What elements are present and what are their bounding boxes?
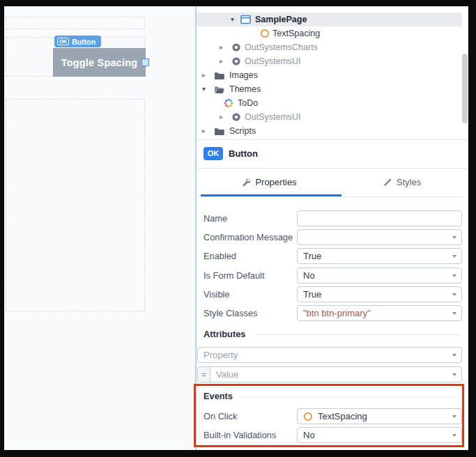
dependency-icon xyxy=(231,42,241,52)
wrench-icon xyxy=(241,178,250,187)
dropdown-caret-icon xyxy=(452,255,456,258)
dropdown-caret-icon xyxy=(452,312,456,315)
toggle-spacing-button[interactable]: Toggle Spacing xyxy=(53,48,146,77)
chevron-down-icon[interactable]: ▾ xyxy=(231,13,234,26)
field-label-is-form-default: Is Form Default xyxy=(204,268,298,284)
chevron-right-icon[interactable]: ▸ xyxy=(220,40,223,54)
dropdown-caret-icon xyxy=(452,415,456,418)
tree-item-samplepage[interactable]: ▾ SamplePage xyxy=(197,13,462,26)
tree-item-label[interactable]: Themes xyxy=(229,82,261,96)
section-rule xyxy=(255,334,461,335)
dependency-icon xyxy=(231,56,241,66)
dropdown-caret-icon xyxy=(452,274,456,277)
screenshot-frame: OK Button Toggle Spacing ▾ SamplePage Te… xyxy=(0,0,476,457)
tree-item-themes[interactable]: ▾ Themes xyxy=(197,82,462,96)
pencil-icon xyxy=(383,178,392,187)
selection-resize-handle[interactable] xyxy=(141,59,149,66)
tab-label: Styles xyxy=(397,177,421,187)
tree-item-images[interactable]: ▸ Images xyxy=(197,68,462,82)
attribute-property-select[interactable]: Property xyxy=(197,347,462,363)
tree-item-label[interactable]: ToDo xyxy=(238,96,258,110)
events-section-title: Events xyxy=(204,392,233,401)
field-label-on-click: On Click xyxy=(204,408,298,424)
visible-select[interactable]: True xyxy=(297,286,462,302)
tree-item-label[interactable]: OutSystemsCharts xyxy=(245,40,318,54)
inspector-tabs: Properties Styles xyxy=(197,168,462,197)
chevron-right-icon[interactable]: ▸ xyxy=(202,124,206,138)
tree-item-label[interactable]: TextSpacing xyxy=(272,26,320,40)
folder-icon xyxy=(214,126,224,136)
field-label-enabled: Enabled xyxy=(204,248,298,264)
is-form-default-select[interactable]: No xyxy=(297,268,462,284)
on-click-select[interactable]: TextSpacing xyxy=(297,408,462,424)
attribute-value-select[interactable]: = Value xyxy=(197,366,462,382)
dropdown-caret-icon xyxy=(452,236,456,239)
field-label-built-in-validations: Built-in Validations xyxy=(204,427,298,443)
field-label-name: Name xyxy=(204,210,298,226)
tree-item-label[interactable]: OutSystemsUI xyxy=(245,54,301,68)
app-window: OK Button Toggle Spacing ▾ SamplePage Te… xyxy=(4,6,468,450)
field-label-style-classes: Style Classes xyxy=(204,305,298,321)
inspector-panel: ▾ SamplePage TextSpacing ▸ OutSystemsCha… xyxy=(197,6,468,450)
enabled-select[interactable]: True xyxy=(297,248,462,264)
chevron-right-icon[interactable]: ▸ xyxy=(202,68,206,82)
tree-item-outsystemscharts[interactable]: ▸ OutSystemsCharts xyxy=(197,40,462,54)
scrollbar-thumb[interactable] xyxy=(462,54,468,123)
empty-container-placeholder[interactable] xyxy=(6,99,145,311)
field-label-confirmation-message: Confirmation Message xyxy=(204,229,298,245)
chevron-down-icon[interactable]: ▾ xyxy=(202,82,206,96)
chevron-right-icon[interactable]: ▸ xyxy=(220,54,223,68)
equals-icon: = xyxy=(198,367,210,382)
style-classes-select[interactable]: "btn btn-primary" xyxy=(297,305,462,321)
dependency-icon xyxy=(231,112,241,122)
tree-item-label[interactable]: Images xyxy=(229,68,258,82)
tree-item-label[interactable]: SamplePage xyxy=(255,13,307,26)
web-screen-icon xyxy=(240,15,251,24)
folder-icon xyxy=(214,70,224,80)
confirmation-message-select[interactable] xyxy=(297,229,462,245)
widget-type-label: Button xyxy=(72,38,95,46)
widget-type-badge: OK Button xyxy=(54,36,101,47)
tab-styles[interactable]: Styles xyxy=(341,168,462,196)
tab-label: Properties xyxy=(255,177,296,187)
tree-item-todo[interactable]: ToDo xyxy=(197,96,462,110)
tree-item-textspacing[interactable]: TextSpacing xyxy=(197,26,462,40)
tree-item-scripts[interactable]: ▸ Scripts xyxy=(197,124,462,138)
built-in-validations-select[interactable]: No xyxy=(297,427,462,443)
dropdown-caret-icon xyxy=(452,373,456,376)
theme-icon xyxy=(224,98,233,108)
editor-canvas[interactable]: OK Button Toggle Spacing xyxy=(4,6,195,450)
screen-action-icon xyxy=(303,412,313,421)
dropdown-caret-icon xyxy=(452,293,456,296)
chevron-right-icon[interactable]: ▸ xyxy=(220,110,223,124)
ok-mini-icon: OK xyxy=(57,38,69,45)
tree-item-outsystemsui-theme[interactable]: ▸ OutSystemsUI xyxy=(197,110,462,124)
folder-open-icon xyxy=(214,84,224,94)
tree-item-label[interactable]: OutSystemsUI xyxy=(245,110,301,124)
section-rule xyxy=(240,396,457,397)
attributes-section-title: Attributes xyxy=(204,330,245,339)
dropdown-caret-icon xyxy=(452,354,456,357)
screen-action-icon xyxy=(260,29,270,38)
tree-item-outsystemsui[interactable]: ▸ OutSystemsUI xyxy=(197,54,462,68)
tab-properties[interactable]: Properties xyxy=(197,168,341,196)
ok-button-badge: OK xyxy=(204,147,223,160)
divider xyxy=(197,139,468,140)
name-input[interactable] xyxy=(297,210,462,226)
tree-item-label[interactable]: Scripts xyxy=(229,124,256,138)
field-label-visible: Visible xyxy=(204,286,298,302)
selected-element-title: Button xyxy=(229,147,258,160)
active-tab-indicator xyxy=(201,194,341,196)
empty-row-placeholder[interactable] xyxy=(6,17,145,29)
dropdown-caret-icon xyxy=(452,434,456,437)
